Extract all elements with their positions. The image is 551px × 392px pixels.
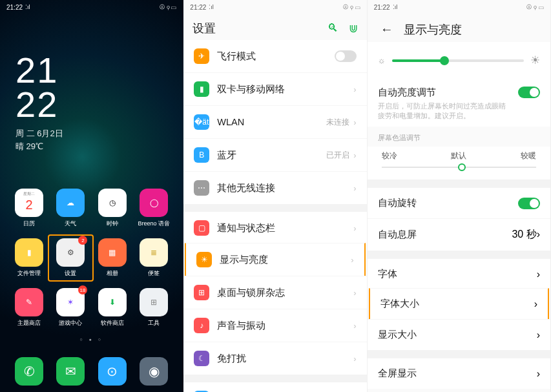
- dock-app[interactable]: ◉: [135, 357, 172, 386]
- dock-icon: ✉: [56, 357, 85, 386]
- chevron-right-icon: ›: [537, 269, 540, 280]
- app-label: 游戏中心: [59, 319, 82, 327]
- status-icons: ⦾ ⚲ ▭: [160, 3, 177, 11]
- auto-brightness-desc: 开启后，可防止屏幕长时间过亮造成眼睛疲劳和电量增加。建议开启。: [378, 99, 512, 120]
- app-grid: 星期二2日历☁天气◷时钟◯Breeno 语音▮文件管理⚙2设置▦相册≣便签✎主题…: [0, 189, 183, 327]
- app-icon: ⊞: [140, 288, 168, 316]
- app-相册[interactable]: ▦相册: [94, 238, 131, 278]
- dock-app[interactable]: ✆: [10, 357, 48, 386]
- signal-icon: ⁚ıl: [25, 4, 30, 10]
- clock-widget[interactable]: 21 22 周 二 6月2日 晴 29℃: [0, 14, 183, 152]
- color-temp-labels: 较冷 默认 较暖: [368, 147, 550, 164]
- app-设置[interactable]: ⚙2设置: [52, 238, 89, 278]
- settings-row-显示与亮度[interactable]: ☀显示与亮度›: [185, 243, 365, 277]
- auto-brightness-row[interactable]: 自动亮度调节 开启后，可防止屏幕长时间过亮造成眼睛疲劳和电量增加。建议开启。: [368, 79, 550, 127]
- dock-icon: ⊙: [98, 357, 127, 386]
- auto-brightness-label: 自动亮度调节: [378, 87, 512, 99]
- row-label: 其他无线连接: [217, 182, 353, 194]
- chevron-right-icon: ›: [353, 85, 356, 94]
- app-icon: ⚙2: [56, 238, 85, 267]
- row-icon: ☀: [196, 252, 212, 267]
- color-temp-caption: 屏幕色温调节: [368, 127, 550, 147]
- status-time: 21:22: [6, 4, 23, 11]
- app-Breeno 语音[interactable]: ◯Breeno 语音: [135, 189, 172, 228]
- settings-row-WLAN[interactable]: �ätWLAN未连接›: [183, 105, 366, 138]
- row-toggle[interactable]: [335, 50, 357, 62]
- app-icon: ⬇: [98, 288, 127, 316]
- auto-rotate-toggle[interactable]: [518, 198, 540, 209]
- auto-sleep-value: 30 秒: [512, 229, 536, 240]
- chevron-right-icon: ›: [353, 288, 356, 298]
- page-title: 显示与亮度: [404, 22, 462, 37]
- settings-row-免打扰[interactable]: ☾免打扰›: [183, 342, 366, 375]
- fullscreen-row[interactable]: 全屏显示 ›: [368, 358, 550, 389]
- row-sub: 已开启: [326, 150, 349, 161]
- dock: ✆✉⊙◉: [0, 357, 183, 386]
- settings-row-飞行模式[interactable]: ✈飞行模式: [183, 40, 366, 72]
- dock-app[interactable]: ⊙: [94, 357, 131, 386]
- settings-row-其他无线连接[interactable]: ⋯其他无线连接›: [183, 171, 366, 204]
- settings-row-通知与状态栏[interactable]: ▢通知与状态栏›: [183, 212, 366, 244]
- badge: 2: [78, 236, 87, 245]
- color-temp-slider[interactable]: [382, 167, 536, 168]
- app-label: 日历: [23, 220, 35, 228]
- app-日历[interactable]: 星期二2日历: [10, 189, 48, 228]
- brightness-row: ☼ ☀: [368, 42, 550, 79]
- display-settings-screen: 21:22⁚ıl ⦾ ⚲ ▭ ← 显示与亮度 ☼ ☀ 自动亮度调节 开启后，可防…: [368, 0, 551, 392]
- row-icon: ⊞: [194, 285, 209, 300]
- status-bar: 21:22⁚ıl ⦾ ⚲ ▭: [368, 0, 550, 14]
- app-label: 文件管理: [17, 269, 41, 278]
- home-screen: 21:22⁚ıl ⦾ ⚲ ▭ 21 22 周 二 6月2日 晴 29℃ 星期二2…: [0, 0, 183, 392]
- row-icon: ✈: [194, 48, 209, 64]
- settings-row-双卡与移动网络[interactable]: ▮双卡与移动网络›: [183, 72, 366, 105]
- auto-brightness-toggle[interactable]: [518, 87, 540, 98]
- app-游戏中心[interactable]: ✶18游戏中心: [52, 288, 89, 327]
- app-天气[interactable]: ☁天气: [52, 189, 89, 228]
- settings-row-指纹、面部与密码[interactable]: ☌指纹、面部与密码›: [183, 382, 366, 392]
- app-主题商店[interactable]: ✎主题商店: [10, 288, 48, 327]
- row-icon: ▮: [194, 81, 209, 97]
- signal-icon: ⁚ıl: [209, 4, 214, 10]
- app-icon: 星期二2: [15, 189, 43, 217]
- app-软件商店[interactable]: ⬇软件商店: [94, 288, 131, 327]
- settings-row-桌面与锁屏杂志[interactable]: ⊞桌面与锁屏杂志›: [183, 276, 366, 309]
- app-便签[interactable]: ≣便签: [135, 238, 172, 278]
- app-工具[interactable]: ⊞工具: [135, 288, 172, 327]
- app-label: 工具: [148, 319, 160, 327]
- settings-row-声音与振动[interactable]: ♪声音与振动›: [183, 309, 366, 342]
- chevron-right-icon: ›: [353, 183, 356, 193]
- back-button[interactable]: ←: [377, 21, 397, 38]
- temp-warm-label: 较暖: [521, 150, 536, 161]
- row-label: 双卡与移动网络: [217, 83, 353, 96]
- font-size-row[interactable]: 字体大小 ›: [369, 288, 549, 320]
- row-label: WLAN: [217, 117, 326, 127]
- status-bar: 21:22⁚ıl ⦾ ⚲ ▭: [0, 0, 183, 14]
- row-icon: ⋯: [194, 180, 209, 196]
- app-时钟[interactable]: ◷时钟: [94, 189, 131, 228]
- row-icon: ▢: [194, 220, 209, 236]
- font-row[interactable]: 字体 ›: [368, 258, 550, 289]
- dock-app[interactable]: ✉: [52, 357, 89, 386]
- app-label: 相册: [107, 269, 118, 278]
- row-icon: ☾: [194, 351, 209, 366]
- brightness-high-icon: ☀: [530, 54, 540, 67]
- voice-icon[interactable]: ⋓: [349, 22, 358, 36]
- title-bar: 设置 🔍︎ ⋓: [183, 14, 366, 40]
- fullscreen-label: 全屏显示: [378, 367, 417, 380]
- auto-sleep-row[interactable]: 自动息屏 30 秒›: [368, 218, 550, 251]
- auto-rotate-row[interactable]: 自动旋转: [368, 187, 550, 218]
- status-time: 21:22: [190, 4, 206, 11]
- app-文件管理[interactable]: ▮文件管理: [10, 238, 48, 278]
- settings-row-蓝牙[interactable]: B蓝牙已开启›: [183, 138, 366, 171]
- app-label: 主题商店: [17, 319, 41, 327]
- display-size-label: 显示大小: [378, 329, 417, 341]
- app-icon: ◷: [98, 189, 127, 217]
- row-icon: �ät: [194, 114, 209, 130]
- display-size-row[interactable]: 显示大小 ›: [368, 319, 550, 350]
- row-label: 通知与状态栏: [217, 222, 353, 234]
- brightness-slider[interactable]: [392, 59, 524, 62]
- row-sub: 未连接: [326, 117, 349, 128]
- search-icon[interactable]: 🔍︎: [327, 22, 338, 36]
- app-icon: ▮: [15, 238, 43, 267]
- app-label: 便签: [148, 269, 160, 278]
